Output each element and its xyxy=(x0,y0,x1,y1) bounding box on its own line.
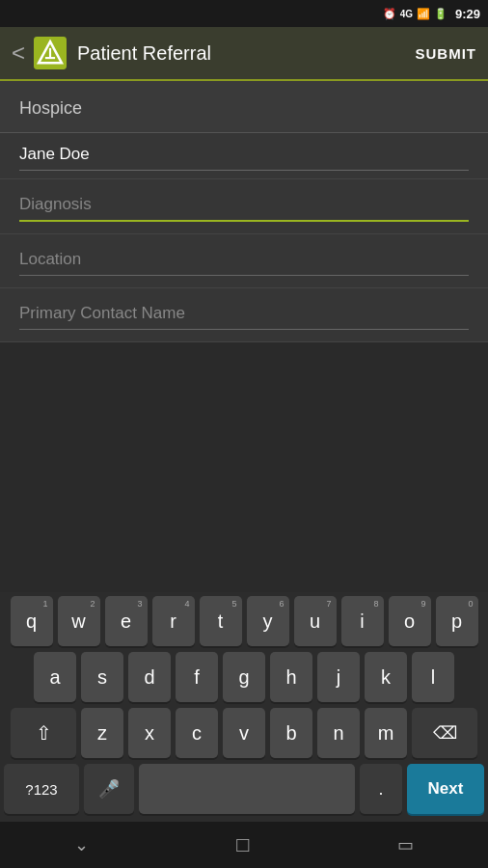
delete-key[interactable]: ⌫ xyxy=(412,708,477,758)
keyboard-row-3: ⇧ z x c v b n m ⌫ xyxy=(2,708,486,758)
network-4g-icon: 4G xyxy=(400,9,413,19)
keyboard: 1q 2w 3e 4r 5t 6y 7u 8i 9o 0p a s xyxy=(0,592,488,822)
key-u-number: 7 xyxy=(326,599,331,609)
keyboard-row-1: 1q 2w 3e 4r 5t 6y 7u 8i 9o 0p xyxy=(2,596,486,646)
nav-back-icon[interactable]: ⌄ xyxy=(74,834,89,855)
key-o-number: 9 xyxy=(420,599,425,609)
key-k[interactable]: k xyxy=(365,652,407,702)
location-field[interactable] xyxy=(0,234,488,288)
submit-button[interactable]: SUBMIT xyxy=(416,45,477,62)
key-q-number: 1 xyxy=(42,599,47,609)
nav-bar: ⌄ □ ▭ xyxy=(0,822,488,868)
key-l[interactable]: l xyxy=(412,652,454,702)
key-o[interactable]: 9o xyxy=(389,596,431,646)
keyboard-row-4: ?123 🎤 . Next xyxy=(2,764,486,814)
app-bar: < Patient Referral SUBMIT xyxy=(0,27,488,81)
key-s[interactable]: s xyxy=(81,652,123,702)
nav-home-icon[interactable]: □ xyxy=(236,832,249,857)
app-logo xyxy=(33,36,68,70)
key-i[interactable]: 8i xyxy=(341,596,384,646)
next-key[interactable]: Next xyxy=(407,764,484,814)
key-r[interactable]: 4r xyxy=(152,596,195,646)
page-title: Patient Referral xyxy=(77,42,415,65)
back-button[interactable]: < xyxy=(12,40,25,67)
location-input[interactable] xyxy=(19,246,469,276)
diagnosis-field[interactable] xyxy=(0,179,488,234)
key-t[interactable]: 5t xyxy=(200,596,242,646)
key-e-number: 3 xyxy=(137,599,142,609)
key-p[interactable]: 0p xyxy=(436,596,478,646)
primary-contact-input[interactable] xyxy=(19,300,469,330)
key-z[interactable]: z xyxy=(81,708,123,758)
key-t-number: 5 xyxy=(231,599,236,609)
key-g[interactable]: g xyxy=(223,652,265,702)
alarm-icon: ⏰ xyxy=(383,8,396,20)
status-bar: ⏰ 4G 📶 🔋 9:29 xyxy=(0,0,488,27)
key-x[interactable]: x xyxy=(128,708,171,758)
patient-name-input[interactable] xyxy=(19,141,469,171)
key-n[interactable]: n xyxy=(317,708,360,758)
status-icons: ⏰ 4G 📶 🔋 9:29 xyxy=(383,7,480,21)
key-i-number: 8 xyxy=(373,599,378,609)
key-c[interactable]: c xyxy=(176,708,218,758)
key-d[interactable]: d xyxy=(128,652,171,702)
section-label: Hospice xyxy=(0,81,488,132)
key-a[interactable]: a xyxy=(34,652,76,702)
shift-key[interactable]: ⇧ xyxy=(11,708,76,758)
key-q[interactable]: 1q xyxy=(11,596,53,646)
key-h[interactable]: h xyxy=(270,652,312,702)
time-display: 9:29 xyxy=(455,7,480,21)
key-w-number: 2 xyxy=(90,599,95,609)
content-area: Hospice xyxy=(0,81,488,342)
key-m[interactable]: m xyxy=(365,708,407,758)
patient-name-field[interactable] xyxy=(0,133,488,179)
key-v[interactable]: v xyxy=(223,708,265,758)
nav-recent-icon[interactable]: ▭ xyxy=(397,834,414,855)
numbers-key[interactable]: ?123 xyxy=(4,764,79,814)
key-b[interactable]: b xyxy=(270,708,312,758)
key-j[interactable]: j xyxy=(317,652,360,702)
key-r-number: 4 xyxy=(184,599,189,609)
key-u[interactable]: 7u xyxy=(294,596,337,646)
battery-icon: 🔋 xyxy=(434,8,447,20)
period-key[interactable]: . xyxy=(360,764,402,814)
key-p-number: 0 xyxy=(468,599,473,609)
keyboard-row-2: a s d f g h j k l xyxy=(2,652,486,702)
key-e[interactable]: 3e xyxy=(105,596,148,646)
space-key[interactable] xyxy=(139,764,355,814)
diagnosis-input[interactable] xyxy=(19,191,469,222)
primary-contact-field[interactable] xyxy=(0,288,488,342)
mic-key[interactable]: 🎤 xyxy=(84,764,134,814)
key-y[interactable]: 6y xyxy=(247,596,289,646)
signal-icon: 📶 xyxy=(417,8,430,20)
key-f[interactable]: f xyxy=(176,652,218,702)
key-y-number: 6 xyxy=(279,599,284,609)
key-w[interactable]: 2w xyxy=(58,596,100,646)
